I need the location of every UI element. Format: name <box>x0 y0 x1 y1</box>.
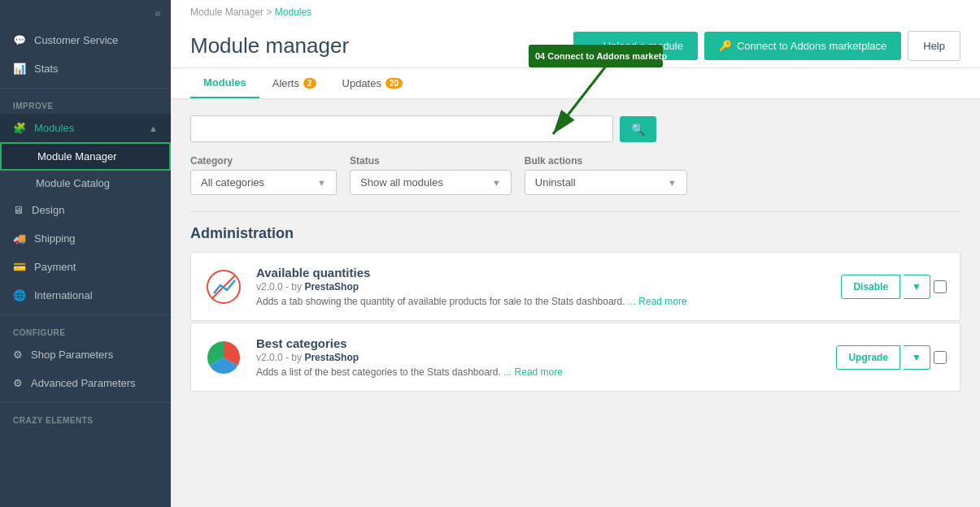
alerts-badge: 2 <box>303 78 316 89</box>
section-title: Administration <box>190 225 960 242</box>
improve-section-label: IMPROVE <box>0 93 171 114</box>
tabs-bar: Modules Alerts 2 Updates 20 <box>171 68 980 99</box>
sidebar-sub-item-module-manager[interactable]: Module Manager <box>0 142 171 171</box>
sidebar-item-shipping[interactable]: 🚚 Shipping <box>0 224 171 253</box>
upgrade-dropdown-button[interactable]: ▼ <box>904 345 930 370</box>
gear-icon: ⚙ <box>13 349 23 361</box>
tab-alerts[interactable]: Alerts 2 <box>259 68 329 98</box>
sidebar-item-shop-parameters[interactable]: ⚙ Shop Parameters <box>0 340 171 369</box>
sidebar-sub-item-module-catalog[interactable]: Module Catalog <box>0 171 171 196</box>
advanced-parameters-label: Advanced Parameters <box>31 377 136 389</box>
module-version: v2.0.0 - by PrestaShop <box>256 281 828 292</box>
module-icon-available-quantities <box>204 267 243 306</box>
topbar: Module Manager > Modules Module manager … <box>171 0 980 68</box>
tab-alerts-label: Alerts <box>272 77 299 89</box>
connect-addons-button[interactable]: 🔑 Connect to Addons marketplace <box>704 32 901 60</box>
category-filter-label: Category <box>190 155 337 167</box>
globe-icon: 🌐 <box>13 289 26 301</box>
sidebar-item-international[interactable]: 🌐 International <box>0 281 171 310</box>
category-select[interactable]: All categories ▼ <box>190 170 337 195</box>
sidebar-item-design[interactable]: 🖥 Design <box>0 196 171 224</box>
upgrade-button[interactable]: Upgrade <box>836 345 900 370</box>
content-area: 🔍 Category All categories ▼ Status Show … <box>171 99 980 507</box>
international-label: International <box>34 289 93 301</box>
status-select[interactable]: Show all modules ▼ <box>350 170 512 195</box>
collapse-icon: « <box>155 6 161 20</box>
module-info-available-quantities: Available quantities v2.0.0 - by PrestaS… <box>256 266 828 307</box>
chevron-up-icon: ▲ <box>149 124 158 133</box>
tab-updates[interactable]: Updates 20 <box>329 68 416 98</box>
breadcrumb-separator: > <box>266 6 272 18</box>
status-selected-value: Show all modules <box>360 176 443 188</box>
module-checkbox-available-quantities[interactable] <box>934 280 947 293</box>
settings-icon: ⚙ <box>13 377 23 389</box>
sidebar-item-label: Customer Service <box>34 34 118 46</box>
breadcrumb-current[interactable]: Modules <box>275 6 311 18</box>
module-card-best-categories: Best categories v2.0.0 - by PrestaShop A… <box>190 323 960 392</box>
disable-button[interactable]: Disable <box>841 275 900 299</box>
read-more-link[interactable]: ... Read more <box>503 366 563 378</box>
updates-badge: 20 <box>385 78 403 89</box>
help-button-label: Help <box>923 40 945 52</box>
configure-section-label: CONFIGURE <box>0 320 171 340</box>
bulk-filter-label: Bulk actions <box>525 155 687 167</box>
status-chevron-icon: ▼ <box>492 178 501 188</box>
payment-label: Payment <box>34 261 76 273</box>
help-button[interactable]: Help <box>908 31 960 61</box>
stats-icon: 📊 <box>13 63 26 75</box>
tab-modules-label: Modules <box>203 76 246 89</box>
module-version: v2.0.0 - by PrestaShop <box>256 352 823 363</box>
bulk-select[interactable]: Uninstall ▼ <box>525 170 687 195</box>
breadcrumb: Module Manager > Modules <box>190 0 960 21</box>
shipping-label: Shipping <box>34 232 76 245</box>
key-icon: 🔑 <box>719 40 732 52</box>
module-actions-available-quantities: Disable ▼ <box>841 275 947 299</box>
read-more-link[interactable]: ... Read more <box>628 296 687 307</box>
page-title: Module manager <box>190 33 349 58</box>
search-icon: 🔍 <box>631 123 645 136</box>
sidebar-item-payment[interactable]: 💳 Payment <box>0 253 171 281</box>
disable-dropdown-button[interactable]: ▼ <box>904 275 930 299</box>
module-card-available-quantities: Available quantities v2.0.0 - by PrestaS… <box>190 252 960 321</box>
module-description: Adds a list of the best categories to th… <box>256 366 823 378</box>
category-filter-group: Category All categories ▼ <box>190 155 337 195</box>
breadcrumb-parent: Module Manager <box>190 6 264 18</box>
sidebar-item-customer-service[interactable]: 💬 Customer Service <box>0 26 171 54</box>
tab-updates-label: Updates <box>342 77 381 89</box>
page-header: Module manager ☁ Upload a module 🔑 Conne… <box>190 21 960 67</box>
crazy-elements-section-label: CRAZY ELEMENTS <box>0 408 171 428</box>
sidebar-item-advanced-parameters[interactable]: ⚙ Advanced Parameters <box>0 369 171 397</box>
sidebar-item-stats[interactable]: 📊 Stats <box>0 54 171 83</box>
design-label: Design <box>32 204 64 216</box>
cloud-upload-icon: ☁ <box>588 40 599 52</box>
header-actions: ☁ Upload a module 🔑 Connect to Addons ma… <box>573 31 960 61</box>
upload-module-button[interactable]: ☁ Upload a module <box>573 32 698 60</box>
module-name: Available quantities <box>256 266 828 280</box>
module-actions-best-categories: Upgrade ▼ <box>836 345 947 370</box>
connect-button-label: Connect to Addons marketplace <box>737 40 886 52</box>
module-catalog-label: Module Catalog <box>36 177 110 189</box>
sidebar-collapse-button[interactable]: « <box>0 0 171 26</box>
sidebar-item-label: Stats <box>34 63 59 75</box>
sidebar: « 💬 Customer Service 📊 Stats IMPROVE 🧩 M… <box>0 0 171 507</box>
module-checkbox-best-categories[interactable] <box>934 351 947 364</box>
sidebar-item-modules[interactable]: 🧩 Modules ▲ <box>0 114 171 142</box>
search-row: 🔍 <box>190 115 960 142</box>
chat-icon: 💬 <box>13 34 26 46</box>
puzzle-icon: 🧩 <box>13 122 26 134</box>
dropdown-chevron-icon: ▼ <box>912 352 921 363</box>
shop-parameters-label: Shop Parameters <box>31 349 113 361</box>
dropdown-chevron-icon: ▼ <box>912 281 921 292</box>
filters-row: Category All categories ▼ Status Show al… <box>190 155 960 195</box>
module-manager-label: Module Manager <box>37 150 117 162</box>
bulk-chevron-icon: ▼ <box>668 178 677 188</box>
module-name: Best categories <box>256 336 823 350</box>
credit-card-icon: 💳 <box>13 261 26 273</box>
search-button[interactable]: 🔍 <box>620 116 656 142</box>
module-description: Adds a tab showing the quantity of avail… <box>256 296 828 307</box>
monitor-icon: 🖥 <box>13 204 24 216</box>
tab-modules[interactable]: Modules <box>190 68 259 98</box>
modules-label: Modules <box>34 122 74 134</box>
search-input[interactable] <box>190 115 613 142</box>
bulk-selected-value: Uninstall <box>535 176 576 188</box>
